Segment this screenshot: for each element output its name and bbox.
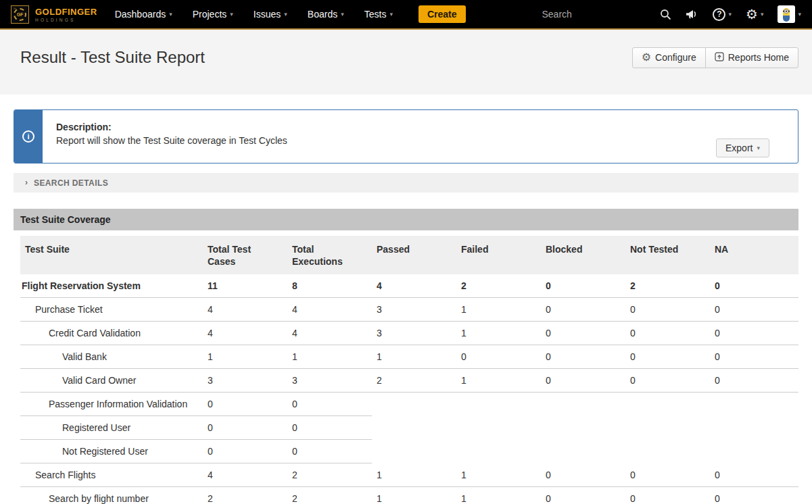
value-cell — [625, 416, 710, 440]
gear-icon: ⚙ — [746, 7, 758, 21]
value-cell: 2 — [372, 369, 456, 393]
test-suite-name: Registered User — [20, 416, 203, 440]
menu-dashboards[interactable]: Dashboards ▾ — [115, 9, 172, 20]
reports-home-button[interactable]: Reports Home — [705, 47, 798, 68]
menu-boards[interactable]: Boards ▾ — [308, 9, 344, 20]
menu-issues[interactable]: Issues ▾ — [254, 9, 287, 20]
value-cell: 0 — [541, 463, 625, 487]
value-cell: 3 — [287, 369, 372, 393]
table-header-row: Test Suite Total Test Cases Total Execut… — [20, 236, 798, 274]
value-cell: 0 — [541, 322, 625, 345]
col-failed: Failed — [456, 236, 541, 274]
value-cell: 0 — [710, 274, 798, 298]
value-cell: 4 — [203, 463, 287, 487]
value-cell: 0 — [625, 322, 710, 345]
chevron-down-icon: ▾ — [761, 11, 764, 18]
value-cell: 2 — [287, 487, 372, 504]
value-cell: 0 — [625, 487, 710, 504]
value-cell — [456, 440, 541, 463]
test-suite-name: Valid Bank — [20, 345, 203, 369]
table-row: Purchase Ticket4431000 — [20, 298, 798, 322]
value-cell: 0 — [203, 393, 287, 416]
chevron-down-icon: ▾ — [169, 11, 172, 18]
value-cell: 0 — [456, 345, 541, 369]
value-cell: 0 — [541, 369, 625, 393]
test-suite-name: Credit Card Validation — [20, 322, 203, 345]
chevron-down-icon: ▾ — [389, 11, 393, 18]
value-cell: 0 — [541, 274, 625, 298]
value-cell: 0 — [710, 369, 798, 393]
test-suite-name: Flight Reservation System — [20, 274, 203, 298]
value-cell: 1 — [456, 369, 541, 393]
user-menu[interactable]: ▾ — [778, 5, 801, 23]
value-cell: 0 — [710, 298, 798, 322]
menu-tests[interactable]: Tests ▾ — [364, 9, 393, 20]
coverage-section-title: Test Suite Coverage — [14, 209, 798, 230]
menu-projects[interactable]: Projects ▾ — [193, 9, 233, 20]
value-cell: 1 — [372, 463, 456, 487]
coverage-table-body: Flight Reservation System11842020Purchas… — [20, 274, 798, 504]
value-cell: 0 — [287, 440, 372, 463]
help-menu[interactable]: ? ▾ — [713, 8, 732, 21]
value-cell: 1 — [456, 322, 541, 345]
table-row: Credit Card Validation4431000 — [20, 322, 798, 345]
value-cell: 0 — [203, 416, 287, 440]
value-cell: 0 — [541, 345, 625, 369]
value-cell: 1 — [203, 345, 287, 369]
value-cell: 0 — [625, 298, 710, 322]
value-cell — [456, 393, 541, 416]
search-details-label: SEARCH DETAILS — [34, 178, 108, 188]
col-na: NA — [710, 236, 798, 274]
value-cell — [625, 393, 710, 416]
main-content: i Description: Report will show the Test… — [0, 109, 812, 504]
value-cell: 0 — [625, 369, 710, 393]
value-cell — [625, 440, 710, 463]
table-row: Registered User00 — [20, 416, 798, 440]
brand-subtitle: HOLDINGS — [35, 18, 97, 22]
logo-emblem-icon: ™ GF — [11, 5, 29, 24]
coverage-table: Test Suite Total Test Cases Total Execut… — [20, 236, 798, 504]
value-cell: 0 — [710, 463, 798, 487]
value-cell: 2 — [456, 274, 541, 298]
search-details-toggle[interactable]: › SEARCH DETAILS — [14, 173, 798, 193]
page-header: Result - Test Suite Report ⚙ Configure R… — [0, 30, 812, 95]
chevron-down-icon: ▾ — [230, 11, 233, 18]
value-cell — [372, 440, 456, 463]
chevron-down-icon: ▾ — [798, 11, 801, 18]
value-cell: 4 — [287, 298, 372, 322]
col-not-tested: Not Tested — [625, 236, 710, 274]
app-logo[interactable]: ™ GF GOLDFINGER HOLDINGS — [11, 5, 97, 24]
value-cell — [372, 393, 456, 416]
chevron-down-icon: ▾ — [757, 145, 760, 151]
top-navbar: ™ GF GOLDFINGER HOLDINGS Dashboards ▾ Pr… — [0, 0, 812, 30]
info-icon: i — [22, 130, 34, 143]
value-cell: 2 — [203, 487, 287, 504]
table-row: Not Registered User00 — [20, 440, 798, 463]
export-button[interactable]: Export ▾ — [716, 138, 769, 157]
test-suite-name: Valid Card Owner — [20, 369, 203, 393]
test-suite-name: Search Flights — [20, 463, 203, 487]
search-icon[interactable] — [660, 9, 671, 20]
value-cell: 0 — [710, 345, 798, 369]
test-suite-name: Search by flight number — [20, 487, 203, 504]
value-cell: 4 — [203, 322, 287, 345]
create-button[interactable]: Create — [419, 5, 466, 23]
quick-search — [542, 9, 631, 20]
value-cell: 1 — [456, 298, 541, 322]
value-cell: 1 — [456, 463, 541, 487]
table-row: Search by flight number2211000 — [20, 487, 798, 504]
col-total-executions: Total Executions — [287, 236, 372, 274]
value-cell: 0 — [541, 298, 625, 322]
search-input[interactable] — [542, 9, 631, 20]
test-suite-name: Not Registered User — [20, 440, 203, 463]
configure-button[interactable]: ⚙ Configure — [632, 47, 706, 68]
admin-settings-menu[interactable]: ⚙ ▾ — [746, 7, 763, 21]
value-cell: 8 — [287, 274, 372, 298]
test-suite-name: Purchase Ticket — [20, 298, 203, 322]
announcement-icon[interactable] — [686, 9, 698, 20]
chevron-down-icon: ▾ — [341, 11, 344, 18]
value-cell — [710, 416, 798, 440]
table-row: Passenger Information Validation00 — [20, 393, 798, 416]
page-title: Result - Test Suite Report — [20, 48, 205, 67]
value-cell: 1 — [372, 487, 456, 504]
